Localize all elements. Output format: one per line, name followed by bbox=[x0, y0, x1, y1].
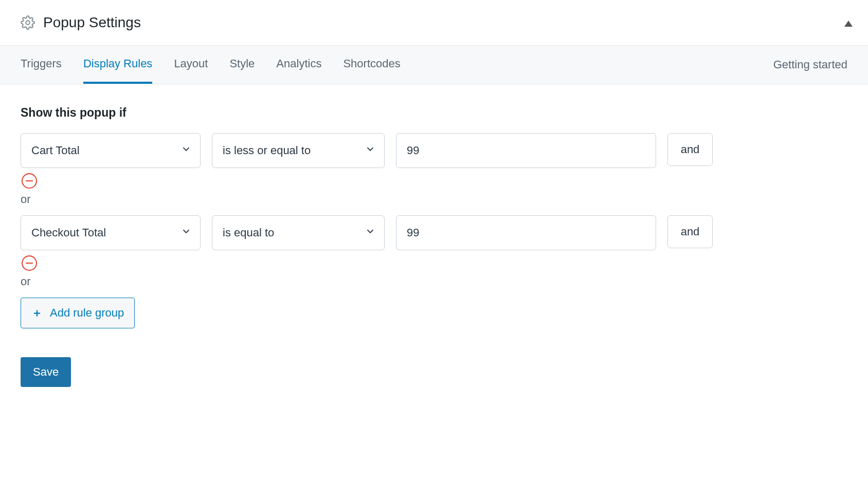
tab-layout[interactable]: Layout bbox=[174, 46, 208, 84]
content-area: Show this popup if Cart Total is less or… bbox=[0, 84, 868, 409]
tab-triggers[interactable]: Triggers bbox=[21, 46, 62, 84]
or-separator: or bbox=[21, 275, 847, 288]
minus-icon bbox=[26, 263, 33, 264]
svg-point-0 bbox=[26, 21, 29, 24]
field-select-value: Checkout Total bbox=[31, 226, 106, 239]
gear-icon bbox=[21, 15, 35, 30]
tabs-left: Triggers Display Rules Layout Style Anal… bbox=[21, 46, 422, 84]
operator-select-value: is less or equal to bbox=[223, 144, 311, 157]
add-rule-group-label: Add rule group bbox=[50, 306, 124, 320]
or-separator: or bbox=[21, 193, 847, 206]
field-select[interactable]: Checkout Total bbox=[21, 215, 201, 250]
and-button[interactable]: and bbox=[667, 215, 713, 248]
getting-started-link[interactable]: Getting started bbox=[773, 46, 847, 84]
value-input[interactable] bbox=[396, 133, 656, 168]
plus-icon: ＋ bbox=[31, 305, 43, 321]
rule-row: Checkout Total is equal to and bbox=[21, 215, 847, 250]
tab-style[interactable]: Style bbox=[229, 46, 255, 84]
add-rule-group-button[interactable]: ＋ Add rule group bbox=[21, 298, 135, 328]
and-button[interactable]: and bbox=[667, 133, 713, 166]
rule-row: Cart Total is less or equal to and bbox=[21, 133, 847, 168]
tab-display-rules[interactable]: Display Rules bbox=[83, 46, 153, 84]
operator-select[interactable]: is equal to bbox=[212, 215, 385, 250]
save-button[interactable]: Save bbox=[21, 357, 71, 387]
remove-rule-button[interactable] bbox=[22, 255, 37, 271]
section-title: Show this popup if bbox=[21, 106, 847, 120]
tabs-bar: Triggers Display Rules Layout Style Anal… bbox=[0, 46, 868, 84]
tab-shortcodes[interactable]: Shortcodes bbox=[343, 46, 400, 84]
operator-select[interactable]: is less or equal to bbox=[212, 133, 385, 168]
field-select[interactable]: Cart Total bbox=[21, 133, 201, 168]
chevron-down-icon bbox=[365, 143, 376, 158]
remove-rule-button[interactable] bbox=[22, 173, 37, 189]
value-input[interactable] bbox=[396, 215, 656, 250]
panel-header: Popup Settings bbox=[0, 0, 868, 46]
chevron-down-icon bbox=[365, 226, 376, 240]
page-title: Popup Settings bbox=[43, 14, 141, 31]
tab-analytics[interactable]: Analytics bbox=[276, 46, 321, 84]
minus-icon bbox=[26, 180, 33, 182]
collapse-toggle-icon[interactable] bbox=[844, 20, 853, 29]
operator-select-value: is equal to bbox=[223, 226, 274, 239]
field-select-value: Cart Total bbox=[31, 144, 80, 157]
chevron-down-icon bbox=[180, 143, 192, 158]
chevron-down-icon bbox=[180, 226, 192, 240]
